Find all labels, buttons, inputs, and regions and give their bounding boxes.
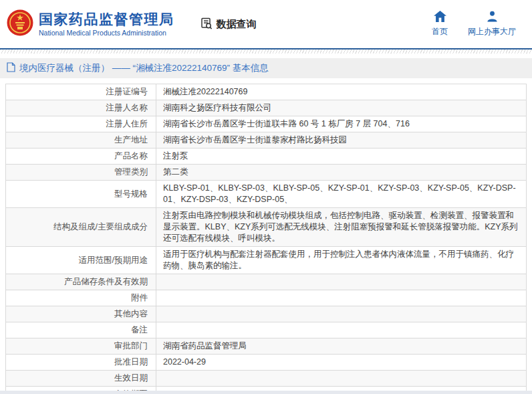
national-emblem-icon — [7, 9, 33, 39]
row-label-text: 生效日期 — [114, 373, 148, 383]
home-icon — [434, 11, 446, 24]
header-right-nav: 首页 网上办事大厅 — [432, 11, 525, 37]
row-label: 附件 — [6, 290, 156, 306]
footer-strip — [0, 391, 532, 394]
row-value — [156, 274, 527, 290]
row-label: 管理类别 — [6, 165, 156, 181]
row-label-text: 管理类别 — [114, 167, 148, 177]
breadcrumb: 境内医疗器械（注册） —— “湘械注准20222140769” 基本信息 — [0, 58, 532, 78]
table-row: 注册人名称湖南科之扬医疗科技有限公司 — [6, 100, 527, 116]
table-row: 结构及组成/主要组成成分注射泵由电路控制模块和机械传动模块组成，包括控制电路、驱… — [6, 208, 527, 247]
row-label-text: 产品名称 — [114, 151, 148, 161]
header-hatch-divider — [0, 50, 532, 54]
table-row: 生产地址湖南省长沙市岳麓区学士街道黎家村路比扬科技园 — [6, 132, 527, 149]
registration-info-table: 注册证编号湘械注准20222140769注册人名称湖南科之扬医疗科技有限公司注册… — [5, 84, 527, 394]
table-row: 审批部门湖南省药品监督管理局 — [6, 338, 527, 355]
table-row: 附件 — [6, 290, 527, 306]
row-value: 第二类 — [156, 165, 527, 181]
nav-home-label: 首页 — [432, 26, 448, 37]
row-label-text: 注册人名称 — [106, 103, 148, 112]
table-row: 适用范围/预期用途适用于医疗机构与配套注射器配套使用，用于控制注入患者体内液体流… — [6, 247, 527, 274]
nav-data-query[interactable]: 数据查询 — [200, 17, 257, 32]
row-label-text: 其他内容 — [114, 309, 148, 318]
site-logo-link[interactable]: 国家药品监督管理局 National Medical Products Admi… — [7, 9, 174, 39]
row-value: KLBY-SP-01、KLBY-SP-03、KLBY-SP-05、KZY-SP-… — [156, 181, 527, 208]
nav-online-hall-label: 网上办事大厅 — [468, 26, 516, 37]
row-label-text: 结构及组成/主要组成成分 — [53, 222, 148, 231]
row-label-text: 生产地址 — [114, 135, 148, 144]
table-row: 管理类别第二类 — [6, 165, 527, 181]
nav-home[interactable]: 首页 — [432, 11, 448, 37]
table-row: 其他内容 — [6, 306, 527, 322]
row-value — [156, 290, 527, 306]
row-label-text: 型号规格 — [114, 189, 148, 199]
table-row: 注册人住所湖南省长沙市岳麓区学士街道联丰路 60 号 1 栋厂房 7 层 704… — [6, 116, 527, 132]
row-label: 结构及组成/主要组成成分 — [6, 208, 156, 247]
row-value: 适用于医疗机构与配套注射器配套使用，用于控制注入患者体内液体流量，不用于镇痛药、… — [156, 247, 527, 274]
row-value: 湖南省长沙市岳麓区学士街道联丰路 60 号 1 栋厂房 7 层 704、716 — [156, 116, 527, 132]
row-value: 湖南省药品监督管理局 — [156, 338, 527, 355]
breadcrumb-text: 境内医疗器械（注册） —— “湘械注准20222140769” 基本信息 — [19, 62, 269, 74]
row-value: 2022-04-29 — [156, 355, 527, 371]
row-value — [156, 371, 527, 387]
org-name-zh: 国家药品监督管理局 — [39, 11, 174, 27]
info-table-body: 注册证编号湘械注准20222140769注册人名称湖南科之扬医疗科技有限公司注册… — [6, 84, 527, 394]
row-value: 注射泵 — [156, 149, 527, 165]
table-row: 产品储存条件及有效期 — [6, 274, 527, 290]
row-label: 批准日期 — [6, 355, 156, 371]
row-value — [156, 306, 527, 322]
row-label: 注册人名称 — [6, 100, 156, 116]
row-value — [156, 322, 527, 338]
row-label: 型号规格 — [6, 181, 156, 208]
row-label-text: 适用范围/预期用途 — [79, 256, 148, 265]
row-label: 注册证编号 — [6, 84, 156, 100]
row-label: 备注 — [6, 322, 156, 338]
row-label-text: 批准日期 — [114, 357, 148, 367]
row-label-text: 备注 — [131, 325, 148, 334]
row-label: 产品储存条件及有效期 — [6, 274, 156, 290]
nav-online-hall[interactable]: 网上办事大厅 — [468, 11, 516, 37]
row-value: 湖南科之扬医疗科技有限公司 — [156, 100, 527, 116]
data-query-icon — [200, 17, 213, 32]
user-icon — [487, 11, 498, 24]
table-row: 生效日期 — [6, 371, 527, 387]
row-label-text: 注册证编号 — [106, 87, 148, 96]
row-label: 审批部门 — [6, 338, 156, 355]
row-label-text: 注册人住所 — [106, 119, 148, 128]
row-label: 产品名称 — [6, 149, 156, 165]
org-name-en: National Medical Products Administration — [39, 29, 174, 37]
row-value: 湖南省长沙市岳麓区学士街道黎家村路比扬科技园 — [156, 132, 527, 149]
row-value: 注射泵由电路控制模块和机械传动模块组成，包括控制电路、驱动装置、检测装置、报警装… — [156, 208, 527, 247]
table-row: 产品名称注射泵 — [6, 149, 527, 165]
table-row: 备注 — [6, 322, 527, 338]
row-label-text: 产品储存条件及有效期 — [64, 277, 148, 286]
row-label: 生效日期 — [6, 371, 156, 387]
row-label: 注册人住所 — [6, 116, 156, 132]
row-label-text: 审批部门 — [114, 341, 148, 351]
row-value: 湘械注准20222140769 — [156, 84, 527, 100]
row-label: 其他内容 — [6, 306, 156, 322]
table-row: 批准日期2022-04-29 — [6, 355, 527, 371]
document-icon — [7, 62, 15, 74]
row-label: 适用范围/预期用途 — [6, 247, 156, 274]
table-row: 注册证编号湘械注准20222140769 — [6, 84, 527, 100]
row-label: 生产地址 — [6, 132, 156, 149]
table-row: 型号规格KLBY-SP-01、KLBY-SP-03、KLBY-SP-05、KZY… — [6, 181, 527, 208]
row-label-text: 附件 — [131, 293, 148, 302]
site-header: 国家药品监督管理局 National Medical Products Admi… — [0, 0, 532, 50]
nav-data-query-label: 数据查询 — [217, 18, 257, 31]
